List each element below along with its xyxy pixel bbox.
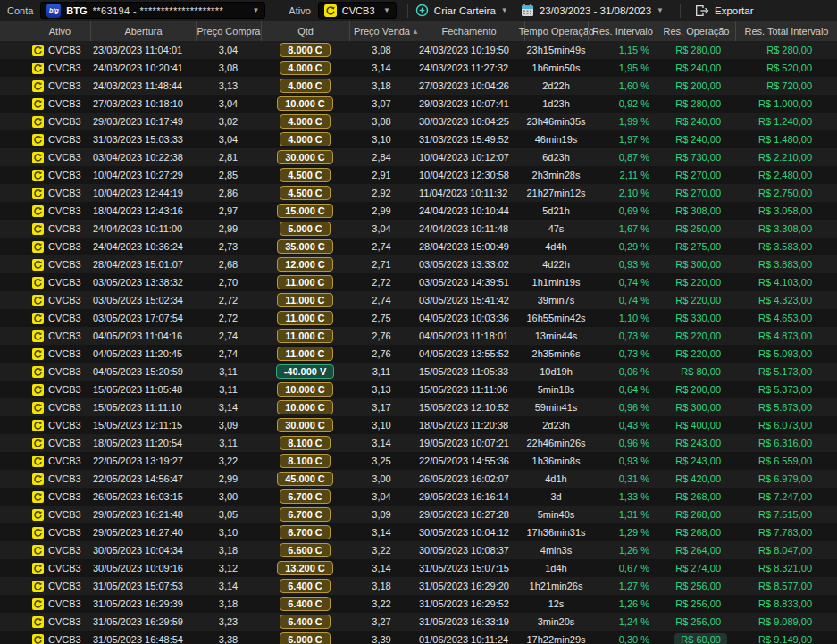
table-row[interactable]: CVCB330/05/2023 10:04:343,186.600 C3,223…	[0, 541, 837, 559]
cell-preco-compra: 2,68	[196, 255, 261, 273]
table-row[interactable]: CVCB330/05/2023 10:09:163,1213.200 C3,14…	[0, 559, 837, 577]
table-row[interactable]: CVCB315/05/2023 12:11:153,0930.000 C3,10…	[0, 416, 837, 434]
column-header-res-total-intervalo[interactable]: Res. Total Intervalo	[735, 21, 837, 41]
exportar-button[interactable]: Exportar	[695, 4, 753, 17]
table-row[interactable]: CVCB324/04/2023 10:36:242,7335.000 C2,74…	[0, 238, 837, 255]
cell-tempo-operacao: 59min41s	[524, 398, 588, 416]
cell-qtd: 35.000 C	[261, 238, 349, 255]
table-row[interactable]: CVCB303/04/2023 10:22:382,8130.000 C2,84…	[0, 148, 837, 166]
cell-res-intervalo: 0,74 %	[588, 291, 657, 309]
qtd-badge: 30.000 C	[277, 418, 333, 432]
column-header-preco-compra[interactable]: Preço Compra	[196, 21, 261, 41]
cell-ativo: CVCB3	[29, 184, 90, 202]
table-row[interactable]: CVCB322/05/2023 14:56:472,9945.000 C3,00…	[0, 470, 837, 488]
table-row[interactable]: CVCB328/04/2023 15:01:072,6812.000 C2,71…	[0, 255, 837, 273]
table-row[interactable]: CVCB304/05/2023 11:20:452,7411.000 C2,76…	[0, 345, 837, 363]
table-row[interactable]: CVCB329/05/2023 16:27:403,106.700 C3,143…	[0, 523, 837, 541]
column-header-res-intervalo[interactable]: Res. Intervalo	[588, 21, 657, 41]
criar-carteira-button[interactable]: Criar Carteira ▼	[415, 4, 508, 17]
cell-tempo-operacao: 47s	[524, 220, 588, 238]
column-header-abertura[interactable]: Abertura	[90, 21, 196, 41]
cell-preco-venda: 3,11	[349, 363, 414, 381]
table-row[interactable]: CVCB318/04/2023 12:43:162,9715.000 C2,99…	[0, 202, 837, 220]
cell-fechamento: 03/05/2023 15:41:42	[414, 291, 524, 309]
cell-res-intervalo: 0,69 %	[588, 202, 657, 220]
column-header-preco-venda[interactable]: Preço Venda ▲	[349, 21, 414, 41]
date-range-picker[interactable]: 23/03/2023 - 31/08/2023 ▼	[521, 4, 664, 17]
table-row[interactable]: CVCB303/05/2023 15:02:342,7211.000 C2,74…	[0, 291, 837, 309]
column-header-qtd[interactable]: Qtd	[261, 21, 349, 41]
cell-qtd: 6.400 C	[261, 613, 349, 631]
cell-res-total-intervalo: R$ 7.247,00	[735, 488, 837, 506]
table-row[interactable]: CVCB315/05/2023 11:05:483,1110.000 C3,13…	[0, 381, 837, 398]
table-header-row: Ativo Abertura Preço Compra Qtd Preço Ve…	[0, 21, 837, 41]
cell-tempo-operacao: 4d1h	[524, 470, 588, 488]
table-row[interactable]: CVCB324/03/2023 10:20:413,084.000 C3,142…	[0, 59, 837, 77]
table-row[interactable]: CVCB331/05/2023 15:07:533,146.400 C3,183…	[0, 577, 837, 595]
table-row[interactable]: CVCB331/03/2023 15:03:333,044.000 C3,103…	[0, 130, 837, 148]
table-row[interactable]: CVCB303/05/2023 17:07:542,7211.000 C2,75…	[0, 309, 837, 327]
column-header-fechamento[interactable]: Fechamento	[414, 21, 524, 41]
row-gutter	[13, 220, 29, 238]
cell-preco-compra: 3,18	[196, 541, 261, 559]
table-row[interactable]: CVCB331/05/2023 16:48:543,386.000 C3,390…	[0, 631, 837, 644]
res-operacao-value: R$ 256,00	[669, 615, 727, 628]
cell-preco-compra: 3,12	[196, 559, 261, 577]
cell-res-intervalo: 0,93 %	[588, 255, 657, 273]
cell-qtd: 13.200 C	[261, 559, 349, 577]
cell-qtd: 11.000 C	[261, 309, 349, 327]
cell-ativo: CVCB3	[29, 130, 90, 148]
column-header-ativo[interactable]: Ativo	[29, 21, 90, 41]
table-row[interactable]: CVCB315/05/2023 11:11:103,1410.000 C3,17…	[0, 398, 837, 416]
cell-fechamento: 10/04/2023 12:30:58	[414, 166, 524, 184]
res-operacao-value: R$ 264,00	[669, 544, 727, 556]
table-row[interactable]: CVCB318/05/2023 11:20:543,118.100 C3,141…	[0, 434, 837, 452]
table-row[interactable]: CVCB310/04/2023 10:27:292,854.500 C2,911…	[0, 166, 837, 184]
table-row[interactable]: CVCB304/05/2023 11:04:162,7411.000 C2,76…	[0, 327, 837, 345]
table-row[interactable]: CVCB331/05/2023 16:29:593,236.400 C3,273…	[0, 613, 837, 631]
cell-preco-venda: 3,39	[349, 631, 414, 644]
table-row[interactable]: CVCB326/05/2023 16:03:153,006.700 C3,042…	[0, 488, 837, 506]
cell-preco-compra: 3,13	[196, 77, 261, 95]
ticker-label: CVCB3	[48, 98, 81, 109]
table-row[interactable]: CVCB323/03/2023 11:04:013,048.000 C3,082…	[0, 41, 837, 59]
cell-ativo: CVCB3	[29, 559, 90, 577]
res-operacao-value: R$ 270,00	[669, 187, 727, 199]
table-row[interactable]: CVCB303/05/2023 13:38:322,7011.000 C2,72…	[0, 273, 837, 291]
table-row[interactable]: CVCB324/04/2023 10:11:002,995.000 C3,042…	[0, 220, 837, 238]
qtd-badge: 5.000 C	[280, 222, 331, 236]
table-row[interactable]: CVCB310/04/2023 12:44:192,864.500 C2,921…	[0, 184, 837, 202]
qtd-badge: 8.000 C	[280, 43, 331, 57]
cell-abertura: 03/04/2023 10:22:38	[90, 148, 196, 166]
qtd-badge: 4.000 C	[280, 61, 331, 75]
cell-abertura: 29/05/2023 16:21:48	[90, 506, 196, 523]
cell-res-intervalo: 1,67 %	[588, 220, 657, 238]
row-gutter	[0, 506, 13, 523]
cell-fechamento: 31/03/2023 15:49:52	[414, 130, 524, 148]
ticker-label: CVCB3	[48, 438, 81, 448]
res-operacao-value: R$ 280,00	[669, 97, 727, 110]
table-row[interactable]: CVCB329/05/2023 16:21:483,056.700 C3,092…	[0, 506, 837, 523]
ativo-dropdown[interactable]: CVCB3 ▼	[318, 2, 397, 19]
ticker-label: CVCB3	[48, 598, 81, 609]
cell-abertura: 03/05/2023 17:07:54	[90, 309, 196, 327]
cell-res-operacao: R$ 268,00	[657, 488, 735, 506]
cell-tempo-operacao: 22h46min26s	[524, 434, 588, 452]
row-gutter	[0, 416, 13, 434]
cell-tempo-operacao: 1h6min50s	[524, 59, 588, 77]
table-row[interactable]: CVCB322/05/2023 13:19:273,228.100 C3,252…	[0, 452, 837, 470]
row-gutter	[13, 95, 29, 113]
column-header-tempo-operacao[interactable]: Tempo Operação	[524, 21, 588, 41]
table-row[interactable]: CVCB329/03/2023 10:17:493,024.000 C3,083…	[0, 113, 837, 130]
cell-res-intervalo: 0,30 %	[588, 631, 657, 644]
cell-res-intervalo: 1,15 %	[588, 41, 657, 59]
qtd-badge: 13.200 C	[277, 561, 333, 575]
column-header-res-operacao[interactable]: Res. Operação	[657, 21, 735, 41]
cell-preco-venda: 3,17	[349, 398, 414, 416]
table-row[interactable]: CVCB304/05/2023 15:20:593,11-40.000 V3,1…	[0, 363, 837, 381]
account-dropdown[interactable]: btg BTG **63194 - ******************** ▼	[40, 2, 265, 19]
table-row[interactable]: CVCB331/05/2023 16:29:393,186.400 C3,223…	[0, 595, 837, 613]
table-row[interactable]: CVCB324/03/2023 11:48:443,134.000 C3,182…	[0, 77, 837, 95]
table-row[interactable]: CVCB327/03/2023 10:18:103,0410.000 C3,07…	[0, 95, 837, 113]
cell-qtd: 4.000 C	[261, 130, 349, 148]
